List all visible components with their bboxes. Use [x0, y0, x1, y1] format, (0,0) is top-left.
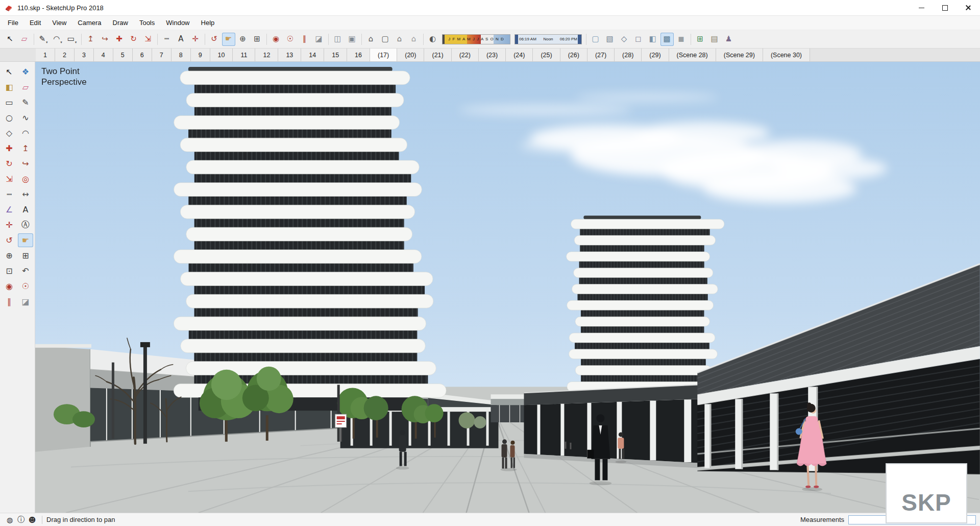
- look-around-tool[interactable]: ☉: [18, 279, 33, 293]
- warehouse-button[interactable]: ♟: [722, 33, 736, 46]
- zoom-tool[interactable]: ⊕: [236, 33, 250, 46]
- display-section-cuts-toggle[interactable]: ▣: [346, 33, 359, 46]
- menu-file[interactable]: File: [2, 16, 24, 30]
- scene-tab[interactable]: (25): [533, 49, 560, 61]
- scene-tab[interactable]: (23): [479, 49, 506, 61]
- menu-view[interactable]: View: [46, 16, 72, 30]
- push-pull-tool[interactable]: ↥: [84, 33, 97, 46]
- move-tool[interactable]: ✚: [2, 141, 17, 155]
- rotate-tool[interactable]: ↻: [127, 33, 140, 46]
- line-tool[interactable]: ✎: [18, 95, 33, 109]
- freehand-tool[interactable]: ∿: [18, 111, 33, 125]
- follow-me-tool[interactable]: ↪: [18, 157, 33, 171]
- geolocation-icon[interactable]: ◍: [4, 514, 15, 525]
- eraser-tool[interactable]: ▱: [18, 33, 31, 46]
- display-section-planes-toggle[interactable]: ◫: [331, 33, 345, 46]
- scale-tool[interactable]: ⇲: [2, 172, 17, 186]
- make-component-tool[interactable]: ❖: [18, 65, 33, 79]
- rotate-tool[interactable]: ↻: [2, 157, 17, 171]
- scene-tab[interactable]: (27): [587, 49, 615, 61]
- menu-window[interactable]: Window: [160, 16, 195, 30]
- orbit-tool[interactable]: ↺: [2, 233, 17, 247]
- 3d-text-tool[interactable]: Ⓐ: [18, 218, 33, 232]
- section-plane-tool[interactable]: ◪: [312, 33, 326, 46]
- scene-tab[interactable]: 8: [172, 49, 191, 61]
- shapes-tool[interactable]: ▭▾: [65, 33, 79, 46]
- scale-tool[interactable]: ⇲: [141, 33, 155, 46]
- circle-tool[interactable]: ○: [2, 111, 17, 125]
- select-tool[interactable]: ↖: [2, 65, 17, 79]
- menu-draw[interactable]: Draw: [107, 16, 134, 30]
- maximize-button[interactable]: [933, 0, 957, 15]
- scene-tab[interactable]: (Scene 28): [669, 49, 716, 61]
- arc-tool[interactable]: ◠: [18, 126, 33, 140]
- dimension-tool[interactable]: ↔: [18, 187, 33, 201]
- text-tool[interactable]: A: [18, 203, 33, 217]
- scene-tab[interactable]: 12: [255, 49, 278, 61]
- scene-tab[interactable]: 10: [210, 49, 233, 61]
- select-tool[interactable]: ↖: [4, 33, 17, 46]
- position-camera-tool[interactable]: ◉: [270, 33, 283, 46]
- scene-tab[interactable]: 15: [324, 49, 347, 61]
- shadow-date-slider[interactable]: J F M A M J J A S O N D: [442, 34, 510, 44]
- shadows-toggle[interactable]: ◐: [426, 33, 439, 46]
- minimize-button[interactable]: [910, 0, 933, 15]
- scene-tab[interactable]: 14: [301, 49, 324, 61]
- menu-tools[interactable]: Tools: [134, 16, 160, 30]
- orbit-tool[interactable]: ↺: [208, 33, 221, 46]
- materials-panel-button[interactable]: ▤: [708, 33, 721, 46]
- pan-tool[interactable]: ☛: [222, 33, 235, 46]
- wireframe-style-button[interactable]: ◇: [618, 33, 631, 46]
- polygon-tool[interactable]: ◇: [2, 126, 17, 140]
- move-tool[interactable]: ✚: [113, 33, 126, 46]
- menu-camera[interactable]: Camera: [72, 16, 107, 30]
- close-button[interactable]: [957, 0, 980, 15]
- scene-tab[interactable]: 11: [233, 49, 255, 61]
- axes-tool[interactable]: ✛: [2, 218, 17, 232]
- scene-tab[interactable]: (20): [397, 49, 424, 61]
- scene-tab[interactable]: (17): [370, 49, 397, 61]
- right-view-button[interactable]: ⌂: [407, 33, 421, 46]
- scene-tab[interactable]: (26): [560, 49, 587, 61]
- shaded-style-button[interactable]: ◧: [646, 33, 659, 46]
- look-around-tool[interactable]: ☉: [284, 33, 297, 46]
- scene-tab[interactable]: (Scene 29): [716, 49, 763, 61]
- scene-tab[interactable]: 7: [152, 49, 172, 61]
- scene-tab[interactable]: (Scene 30): [763, 49, 810, 61]
- zoom-extents-tool[interactable]: ⊡: [2, 264, 17, 278]
- monochrome-style-button[interactable]: ◼: [675, 33, 688, 46]
- pan-tool[interactable]: ☛: [18, 233, 33, 247]
- offset-tool[interactable]: ◎: [18, 172, 33, 186]
- scene-tab[interactable]: (21): [424, 49, 451, 61]
- model-viewport[interactable]: Two Point Perspective: [35, 62, 980, 513]
- scene-tab[interactable]: 5: [113, 49, 133, 61]
- follow-me-tool[interactable]: ↪: [99, 33, 112, 46]
- shadow-time-slider[interactable]: 06:19 AM Noon 06:20 PM: [514, 34, 582, 44]
- components-panel-button[interactable]: ⊞: [694, 33, 707, 46]
- scene-tab[interactable]: 6: [133, 49, 152, 61]
- previous-view-tool[interactable]: ↶: [18, 264, 33, 278]
- scene-tab[interactable]: 2: [55, 49, 75, 61]
- shaded-textures-style-button[interactable]: ▩: [660, 33, 674, 46]
- rectangle-tool[interactable]: ▭: [2, 95, 17, 109]
- line-tool[interactable]: ✎▾: [37, 33, 50, 46]
- push-pull-tool[interactable]: ↥: [18, 141, 33, 155]
- section-plane-tool[interactable]: ◪: [18, 295, 33, 308]
- paint-bucket-tool[interactable]: ◧: [2, 80, 17, 94]
- axes-tool[interactable]: ✛: [189, 33, 202, 46]
- iso-view-button[interactable]: ⌂: [364, 33, 378, 46]
- zoom-window-tool[interactable]: ⊞: [18, 249, 33, 262]
- menu-help[interactable]: Help: [195, 16, 220, 30]
- arc-tool[interactable]: ◠▾: [51, 33, 64, 46]
- scene-tab[interactable]: (24): [506, 49, 533, 61]
- position-camera-tool[interactable]: ◉: [2, 279, 17, 293]
- tape-measure-tool[interactable]: ┉: [2, 187, 17, 201]
- scene-tab[interactable]: (29): [642, 49, 669, 61]
- scene-tab[interactable]: 3: [75, 49, 94, 61]
- scene-tab[interactable]: (28): [615, 49, 642, 61]
- protractor-tool[interactable]: ∠: [2, 203, 17, 217]
- hidden-line-style-button[interactable]: ◻: [632, 33, 645, 46]
- menu-edit[interactable]: Edit: [24, 16, 46, 30]
- text-tool[interactable]: A: [175, 33, 188, 46]
- scene-tab[interactable]: 4: [94, 49, 113, 61]
